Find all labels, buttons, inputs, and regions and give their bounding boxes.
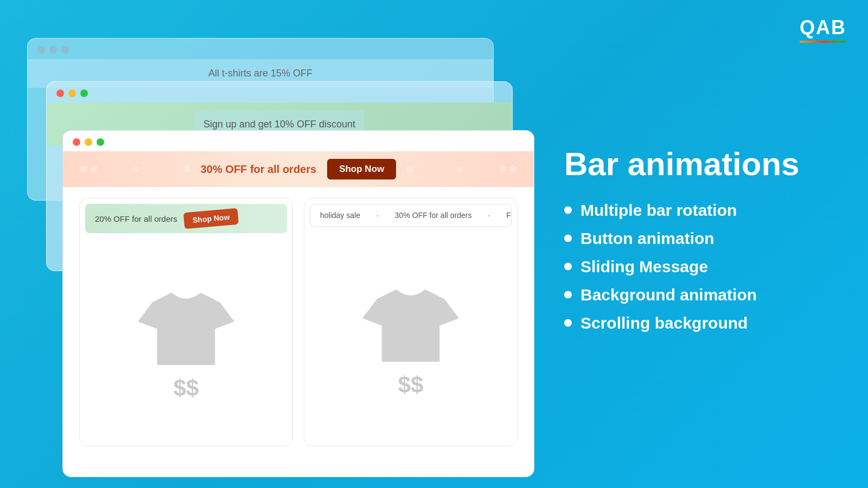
card1-offer-text: 20% OFF for all orders [95, 214, 177, 223]
bullet-button-animation: Button animation [564, 229, 825, 248]
tshirt-icon-2 [362, 280, 459, 367]
bullet-text-3: Sliding Message [580, 258, 708, 276]
win3-offer-text: 30% OFF for all orders [201, 163, 316, 176]
scroll-item-2: 30% OFF for all orders [395, 211, 472, 220]
card1-shop-btn[interactable]: Shop Now [183, 208, 239, 229]
logo-underline [800, 41, 846, 43]
snowflake-icon-6: ❄ [499, 163, 507, 175]
shop-now-button[interactable]: Shop Now [327, 159, 396, 179]
logo: QAB [800, 16, 846, 43]
scroll-item-1: holiday sale [320, 211, 360, 220]
traffic-lights-1 [28, 38, 493, 59]
snowflake-icon-1: ❄ [90, 163, 98, 175]
product-card-2: holiday sale · 30% OFF for all orders · … [304, 198, 518, 446]
traffic-lights-2 [47, 82, 512, 102]
scroll-item-3: Free Shipp [506, 211, 512, 220]
snowflake-icon-3: ❄ [182, 163, 192, 176]
card1-product: $$ [80, 239, 292, 446]
bullet-scrolling-background: Scrolling background [564, 314, 825, 332]
dot-yellow-2 [68, 89, 76, 97]
bullet-text-4: Background animation [580, 286, 757, 304]
card2-product: $$ [304, 232, 517, 446]
card1-price: $$ [174, 375, 199, 401]
dot-green-3 [97, 138, 104, 146]
card2-price: $$ [398, 372, 424, 398]
bullet-text-1: Multiple bar rotation [580, 201, 737, 220]
right-panel: Bar animations Multiple bar rotation But… [564, 146, 825, 342]
bar-text-2: Sign up and get 10% OFF discount [203, 119, 355, 130]
snowflake-icon-2: ❄ [133, 164, 141, 175]
dot-green-2 [80, 89, 88, 97]
bullet-multiple-bar-rotation: Multiple bar rotation [564, 201, 825, 220]
traffic-lights-3 [63, 131, 534, 151]
win3-announcement-bar: ❄ ❄ ❄ 30% OFF for all orders Shop Now ❄ … [63, 151, 534, 187]
dot-yellow-1 [49, 46, 57, 54]
browsers-container: All t-shirts are 15% OFF Sign up and get… [16, 27, 548, 472]
bar-text-1: All t-shirts are 15% OFF [208, 68, 312, 79]
bullet-text-5: Scrolling background [580, 314, 748, 332]
card2-bar: holiday sale · 30% OFF for all orders · … [310, 204, 512, 227]
bullet-sliding-message: Sliding Message [564, 258, 825, 276]
feature-list: Multiple bar rotation Button animation S… [564, 201, 825, 332]
dot-red-2 [56, 89, 64, 97]
dot-red-3 [73, 138, 80, 146]
dot-green-1 [61, 46, 69, 54]
main-title: Bar animations [564, 146, 825, 182]
card1-bar: 20% OFF for all orders Shop Now [85, 204, 287, 233]
bullet-text-2: Button animation [580, 229, 714, 248]
win3-content: 20% OFF for all orders Shop Now $$ holid… [63, 187, 534, 457]
tshirt-icon-1 [137, 283, 235, 370]
snowflake-icon-4: ❄ [405, 163, 414, 176]
scroll-sep-1: · [376, 211, 379, 220]
scroll-sep-2: · [488, 211, 490, 220]
dot-red-1 [37, 46, 45, 54]
dot-yellow-3 [85, 138, 92, 146]
snowflake-icon-5: ❄ [456, 164, 463, 175]
product-card-1: 20% OFF for all orders Shop Now $$ [79, 198, 293, 446]
bullet-background-animation: Background animation [564, 286, 825, 304]
card2-scrolling-text: holiday sale · 30% OFF for all orders · … [320, 211, 512, 220]
logo-text: QAB [800, 16, 846, 38]
browser-window-3: ❄ ❄ ❄ 30% OFF for all orders Shop Now ❄ … [62, 130, 534, 477]
